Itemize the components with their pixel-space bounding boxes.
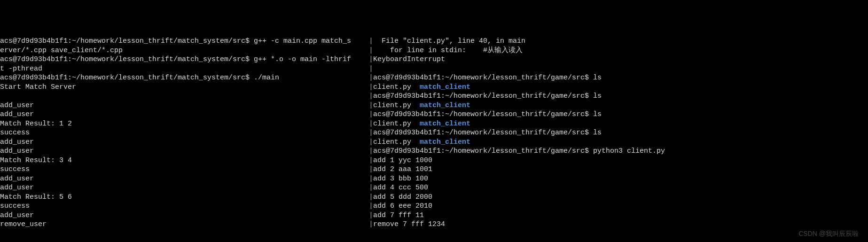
- ls-file: client.py: [373, 101, 420, 109]
- terminal-text: acs@7d9d93b4b1f1:~/homework/lesson_thrif…: [0, 74, 279, 82]
- left-pane-line[interactable]: add_user: [0, 174, 369, 184]
- terminal-row: add_user|client.py match_client: [0, 138, 665, 147]
- terminal-row: success|add 6 eee 2010: [0, 202, 665, 211]
- left-pane-line[interactable]: remove_user: [0, 220, 369, 229]
- terminal-row: remove_user|remove 7 fff 1234: [0, 220, 665, 229]
- right-pane-line[interactable]: remove 7 fff 1234: [373, 220, 665, 229]
- right-pane-line[interactable]: client.py match_client: [373, 83, 665, 92]
- right-pane-line[interactable]: add 3 bbb 100: [373, 174, 665, 184]
- ls-directory: match_client: [420, 138, 470, 146]
- terminal-row: |acs@7d9d93b4b1f1:~/homework/lesson_thri…: [0, 92, 665, 101]
- terminal-text: success: [0, 129, 30, 137]
- left-pane-line[interactable]: add_user: [0, 101, 369, 110]
- ls-directory: match_client: [420, 120, 470, 128]
- terminal-row: success|acs@7d9d93b4b1f1:~/homework/less…: [0, 128, 665, 138]
- right-pane-line[interactable]: client.py match_client: [373, 101, 665, 110]
- pane-divider: |: [369, 101, 373, 110]
- left-pane-line[interactable]: add_user: [0, 183, 369, 193]
- terminal-text: acs@7d9d93b4b1f1:~/homework/lesson_thrif…: [373, 110, 602, 118]
- pane-divider: |: [369, 183, 373, 193]
- pane-divider: |: [369, 92, 373, 101]
- terminal-row: add_user|add 3 bbb 100: [0, 174, 665, 184]
- terminal-row: Match Result: 1 2|client.py match_client: [0, 119, 665, 129]
- terminal-row: add_user|acs@7d9d93b4b1f1:~/homework/les…: [0, 147, 665, 156]
- left-pane-line[interactable]: add_user: [0, 110, 369, 119]
- left-pane-line[interactable]: Start Match Server: [0, 83, 369, 92]
- terminal-text: add 7 fff 11: [373, 211, 424, 219]
- ls-file: client.py: [373, 120, 420, 128]
- right-pane-line[interactable]: for line in stdin: #从输入读入: [373, 46, 665, 55]
- right-pane-line[interactable]: client.py match_client: [373, 138, 665, 147]
- terminal-text: add_user: [0, 175, 34, 183]
- right-pane-line[interactable]: acs@7d9d93b4b1f1:~/homework/lesson_thrif…: [373, 128, 665, 138]
- terminal-text: add_user: [0, 101, 34, 109]
- right-pane-line[interactable]: add 4 ccc 500: [373, 183, 665, 193]
- left-pane-line[interactable]: t -pthread: [0, 64, 369, 74]
- right-pane-line[interactable]: File "client.py", line 40, in main: [373, 37, 665, 46]
- terminal-text: add 5 ddd 2000: [373, 193, 432, 201]
- left-pane-line[interactable]: Match Result: 1 2: [0, 119, 369, 129]
- right-pane-line[interactable]: acs@7d9d93b4b1f1:~/homework/lesson_thrif…: [373, 92, 665, 101]
- left-pane-line[interactable]: add_user: [0, 211, 369, 220]
- terminal-text: add_user: [0, 138, 34, 146]
- terminal-rows[interactable]: acs@7d9d93b4b1f1:~/homework/lesson_thrif…: [0, 37, 665, 242]
- terminal-text: Match Result: 3 4: [0, 156, 72, 164]
- left-pane-line[interactable]: add_user: [0, 147, 369, 156]
- watermark-text: CSDN @我叫辰辰啦: [798, 229, 859, 239]
- terminal-text: acs@7d9d93b4b1f1:~/homework/lesson_thrif…: [373, 74, 602, 82]
- terminal-text: Match Result: 5 6: [0, 193, 72, 201]
- left-pane-line[interactable]: acs@7d9d93b4b1f1:~/homework/lesson_thrif…: [0, 55, 369, 64]
- right-pane-line[interactable]: add 5 ddd 2000: [373, 193, 665, 202]
- left-pane-line[interactable]: acs@7d9d93b4b1f1:~/homework/lesson_thrif…: [0, 37, 369, 46]
- left-pane-line[interactable]: success: [0, 165, 369, 174]
- pane-divider: |: [369, 156, 373, 165]
- left-pane-line[interactable]: success: [0, 202, 369, 211]
- terminal-text: remove 7 fff 1234: [373, 220, 445, 228]
- terminal-row: add_user|add 7 fff 11: [0, 211, 665, 220]
- left-pane-line[interactable]: [0, 92, 369, 101]
- terminal-text: add_user: [0, 184, 34, 192]
- terminal-text: acs@7d9d93b4b1f1:~/homework/lesson_thrif…: [0, 37, 351, 45]
- left-pane-line[interactable]: acs@7d9d93b4b1f1:~/homework/lesson_thrif…: [0, 73, 369, 83]
- pane-divider: |: [369, 55, 373, 64]
- right-pane-line[interactable]: add 6 eee 2010: [373, 202, 665, 211]
- terminal-text: acs@7d9d93b4b1f1:~/homework/lesson_thrif…: [373, 129, 602, 137]
- terminal-text: t -pthread: [0, 65, 42, 73]
- right-pane-line[interactable]: acs@7d9d93b4b1f1:~/homework/lesson_thrif…: [373, 147, 665, 156]
- right-pane-line[interactable]: acs@7d9d93b4b1f1:~/homework/lesson_thrif…: [373, 110, 665, 119]
- terminal-text: add 1 yyc 1000: [373, 156, 432, 164]
- terminal-row: t -pthread|: [0, 64, 665, 74]
- terminal-text: add 4 ccc 500: [373, 184, 428, 192]
- ls-directory: match_client: [420, 101, 470, 109]
- pane-divider: |: [369, 73, 373, 83]
- pane-divider: |: [369, 37, 373, 46]
- terminal-row: acs@7d9d93b4b1f1:~/homework/lesson_thrif…: [0, 55, 665, 64]
- terminal-text: success: [0, 202, 30, 210]
- left-pane-line[interactable]: erver/*.cpp save_client/*.cpp: [0, 46, 369, 55]
- ls-directory: match_client: [420, 83, 470, 91]
- terminal-row: Start Match Server|client.py match_clien…: [0, 83, 665, 92]
- right-pane-line[interactable]: [373, 64, 665, 74]
- terminal-row: Match Result: 3 4|add 1 yyc 1000: [0, 156, 665, 165]
- right-pane-line[interactable]: KeyboardInterrupt: [373, 55, 665, 64]
- terminal-text: add 3 bbb 100: [373, 175, 428, 183]
- right-pane-line[interactable]: add 2 aaa 1001: [373, 165, 665, 174]
- right-pane-line[interactable]: add 7 fff 11: [373, 211, 665, 220]
- terminal-text: for line in stdin: #从输入读入: [373, 47, 523, 55]
- terminal-text: acs@7d9d93b4b1f1:~/homework/lesson_thrif…: [0, 55, 351, 63]
- left-pane-line[interactable]: add_user: [0, 138, 369, 147]
- terminal-row: add_user|client.py match_client: [0, 101, 665, 110]
- right-pane-line[interactable]: add 1 yyc 1000: [373, 156, 665, 165]
- terminal-row: Match Result: 5 6|add 5 ddd 2000: [0, 193, 665, 202]
- terminal-text: add_user: [0, 110, 34, 118]
- left-pane-line[interactable]: success: [0, 128, 369, 138]
- right-pane-line[interactable]: acs@7d9d93b4b1f1:~/homework/lesson_thrif…: [373, 73, 665, 83]
- left-pane-line[interactable]: Match Result: 5 6: [0, 193, 369, 202]
- pane-divider: |: [369, 174, 373, 184]
- terminal-text: success: [0, 165, 30, 173]
- right-pane-line[interactable]: client.py match_client: [373, 119, 665, 129]
- left-pane-line[interactable]: Match Result: 3 4: [0, 156, 369, 165]
- terminal-row: acs@7d9d93b4b1f1:~/homework/lesson_thrif…: [0, 37, 665, 46]
- terminal-text: add_user: [0, 211, 34, 219]
- pane-divider: |: [369, 138, 373, 147]
